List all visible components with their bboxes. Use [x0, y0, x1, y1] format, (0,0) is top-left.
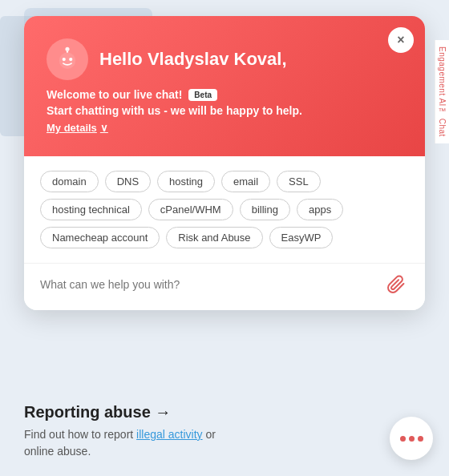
robot-logo-icon	[47, 38, 88, 80]
svg-point-3	[63, 58, 66, 61]
tags-row-3: Namecheap account Risk and Abuse EasyWP	[40, 227, 409, 248]
dots-inner	[400, 436, 423, 442]
dot-2	[409, 436, 415, 442]
reporting-desc: Find out how to report illegal activity …	[24, 426, 425, 460]
side-label: Engagement AI™ Chat	[435, 40, 449, 143]
dots-menu-button[interactable]	[390, 417, 433, 460]
tags-section: domain DNS hosting email SSL hosting tec…	[24, 156, 425, 263]
illegal-activity-link[interactable]: illegal activity	[136, 428, 202, 441]
reporting-desc-part2: or	[203, 428, 216, 441]
dot-3	[418, 436, 423, 442]
tag-domain[interactable]: domain	[40, 171, 99, 192]
close-button[interactable]: ×	[388, 27, 414, 53]
tag-email[interactable]: email	[221, 171, 270, 192]
welcome-line1: Welcome to our live chat! Beta	[47, 88, 402, 101]
tag-hosting[interactable]: hosting	[157, 171, 215, 192]
reporting-desc-line2: online abuse.	[24, 445, 91, 458]
beta-badge: Beta	[188, 89, 217, 101]
attach-icon[interactable]	[383, 272, 409, 297]
svg-point-4	[69, 58, 72, 61]
svg-point-2	[59, 53, 75, 69]
hello-text: Hello Vladyslav Koval,	[99, 49, 287, 70]
my-details-link[interactable]: My details ∨	[47, 122, 402, 134]
tag-namecheap-account[interactable]: Namecheap account	[40, 227, 160, 248]
reporting-title: Reporting abuse →	[24, 403, 425, 422]
header-top: Hello Vladyslav Koval,	[47, 38, 402, 80]
tag-hosting-technical[interactable]: hosting technical	[40, 199, 142, 220]
reporting-desc-part1: Find out how to report	[24, 428, 136, 441]
tag-cpanel[interactable]: cPanel/WHM	[148, 199, 233, 220]
welcome-section: Welcome to our live chat! Beta Start cha…	[47, 88, 402, 134]
welcome-subtitle: Start chatting with us - we will be happ…	[47, 104, 402, 117]
tag-easywp[interactable]: EasyWP	[269, 227, 334, 248]
dot-1	[400, 436, 406, 442]
tag-dns[interactable]: DNS	[105, 171, 151, 192]
chat-input[interactable]	[40, 278, 383, 291]
svg-point-0	[65, 47, 69, 51]
chevron-down-icon: ∨	[100, 122, 108, 134]
robot-svg-icon	[54, 46, 81, 73]
tags-row-2: hosting technical cPanel/WHM billing app…	[40, 199, 409, 220]
chat-widget: × Hello Vladyslav Koval,	[24, 16, 425, 310]
chat-header: × Hello Vladyslav Koval,	[24, 16, 425, 156]
tag-ssl[interactable]: SSL	[277, 171, 321, 192]
tag-risk-abuse[interactable]: Risk and Abuse	[166, 227, 262, 248]
bottom-section: Reporting abuse → Find out how to report…	[0, 390, 449, 476]
tag-billing[interactable]: billing	[240, 199, 290, 220]
welcome-text: Welcome to our live chat!	[47, 88, 182, 101]
tag-apps[interactable]: apps	[297, 199, 343, 220]
tags-row-1: domain DNS hosting email SSL	[40, 171, 409, 192]
input-area	[24, 263, 425, 310]
my-details-text: My details	[47, 122, 97, 134]
